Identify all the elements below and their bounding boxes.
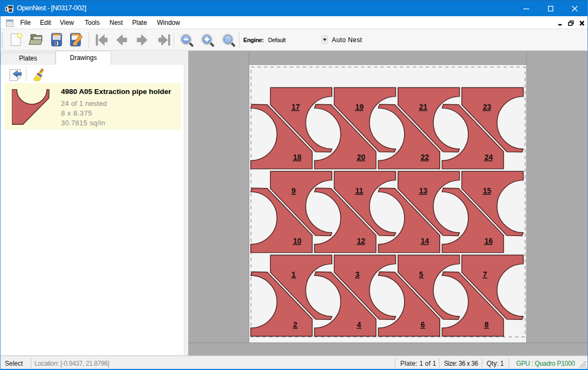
svg-text:7: 7 xyxy=(483,270,487,279)
svg-text:22: 22 xyxy=(421,153,429,162)
svg-text:11: 11 xyxy=(355,186,364,195)
svg-text:2: 2 xyxy=(293,320,297,329)
svg-text:3: 3 xyxy=(355,270,360,279)
svg-text:15: 15 xyxy=(483,186,491,195)
svg-text:24: 24 xyxy=(484,153,493,162)
svg-text:9: 9 xyxy=(291,186,296,195)
svg-text:8: 8 xyxy=(484,320,489,329)
svg-text:5: 5 xyxy=(419,270,423,279)
svg-text:18: 18 xyxy=(293,153,302,162)
svg-text:16: 16 xyxy=(484,237,493,245)
svg-text:6: 6 xyxy=(421,320,425,329)
svg-text:17: 17 xyxy=(291,103,300,111)
svg-text:19: 19 xyxy=(355,103,364,111)
svg-text:1: 1 xyxy=(291,270,296,279)
svg-text:10: 10 xyxy=(293,237,302,245)
svg-text:12: 12 xyxy=(357,237,366,245)
svg-text:13: 13 xyxy=(419,186,428,195)
svg-text:14: 14 xyxy=(421,237,429,245)
svg-text:23: 23 xyxy=(483,103,491,111)
svg-text:21: 21 xyxy=(419,103,428,111)
svg-text:20: 20 xyxy=(357,153,366,162)
svg-text:4: 4 xyxy=(357,320,361,329)
